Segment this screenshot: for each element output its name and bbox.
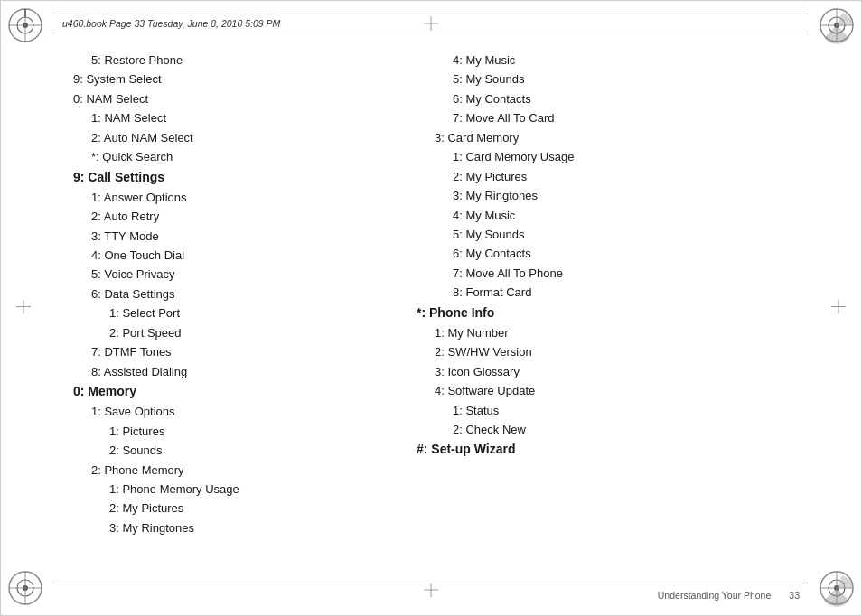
right-menu-item-8: 4: My Music bbox=[417, 206, 760, 225]
right-menu-item-1: 5: My Sounds bbox=[417, 70, 760, 89]
left-menu-item-4: 2: Auto NAM Select bbox=[73, 128, 408, 147]
right-menu-item-20: #: Set-up Wizard bbox=[417, 439, 760, 460]
left-menu-item-22: 1: Phone Memory Usage bbox=[73, 480, 408, 499]
right-menu-item-16: 3: Icon Glossary bbox=[417, 362, 760, 381]
right-menu-item-9: 5: My Sounds bbox=[417, 225, 760, 244]
right-menu-item-6: 2: My Pictures bbox=[417, 167, 760, 186]
right-menu-item-15: 2: SW/HW Version bbox=[417, 342, 760, 361]
header-text: u460.book Page 33 Tuesday, June 8, 2010 … bbox=[62, 18, 280, 29]
left-menu-item-10: 4: One Touch Dial bbox=[73, 246, 408, 265]
left-menu-item-14: 2: Port Speed bbox=[73, 323, 408, 342]
left-menu-item-20: 2: Sounds bbox=[73, 441, 408, 460]
left-menu-item-12: 6: Data Settings bbox=[73, 285, 408, 303]
footer-page: 33 bbox=[789, 590, 800, 601]
left-menu-item-11: 5: Voice Privacy bbox=[73, 265, 408, 284]
right-menu-item-11: 7: Move All To Phone bbox=[417, 264, 760, 283]
right-menu-item-14: 1: My Number bbox=[417, 323, 760, 342]
left-menu-item-8: 2: Auto Retry bbox=[73, 207, 408, 226]
right-menu-item-2: 6: My Contacts bbox=[417, 89, 760, 108]
left-menu-item-16: 8: Assisted Dialing bbox=[73, 362, 408, 381]
footer-label: Understanding Your Phone bbox=[658, 590, 772, 601]
right-menu-item-10: 6: My Contacts bbox=[417, 244, 760, 263]
right-menu-item-12: 8: Format Card bbox=[417, 283, 760, 302]
page-container: u460.book Page 33 Tuesday, June 8, 2010 … bbox=[0, 0, 862, 616]
left-menu-item-24: 3: My Ringtones bbox=[73, 518, 408, 537]
left-menu-item-18: 1: Save Options bbox=[73, 402, 408, 421]
left-menu-item-19: 1: Pictures bbox=[73, 422, 408, 441]
left-menu-item-3: 1: NAM Select bbox=[73, 108, 408, 127]
left-menu-item-0: 5: Restore Phone bbox=[73, 51, 408, 70]
corner-bl-compass bbox=[5, 568, 45, 611]
header-bar: u460.book Page 33 Tuesday, June 8, 2010 … bbox=[53, 14, 809, 33]
right-menu-item-18: 1: Status bbox=[417, 401, 760, 420]
right-menu-item-17: 4: Software Update bbox=[417, 381, 760, 400]
left-menu-item-21: 2: Phone Memory bbox=[73, 461, 408, 480]
footer: Understanding Your Phone 33 bbox=[53, 583, 809, 602]
right-menu-item-0: 4: My Music bbox=[417, 51, 760, 70]
corner-br-compass bbox=[817, 568, 857, 611]
left-menu-item-9: 3: TTY Mode bbox=[73, 227, 408, 246]
left-menu-item-13: 1: Select Port bbox=[73, 303, 408, 322]
right-menu-item-13: *: Phone Info bbox=[417, 303, 760, 323]
corner-tl-compass bbox=[5, 5, 45, 48]
left-menu-item-2: 0: NAM Select bbox=[73, 89, 408, 108]
right-menu-item-19: 2: Check New bbox=[417, 420, 760, 439]
right-menu-item-7: 3: My Ringtones bbox=[417, 186, 760, 205]
right-menu-item-4: 3: Card Memory bbox=[417, 128, 760, 147]
corner-tr-compass bbox=[817, 5, 857, 48]
left-menu-item-6: 9: Call Settings bbox=[73, 167, 408, 188]
left-menu-item-23: 2: My Pictures bbox=[73, 499, 408, 518]
left-crosshair bbox=[16, 300, 31, 314]
right-menu-item-3: 7: Move All To Card bbox=[417, 108, 760, 127]
left-menu-item-7: 1: Answer Options bbox=[73, 188, 408, 207]
left-menu-item-17: 0: Memory bbox=[73, 381, 408, 402]
right-crosshair bbox=[831, 300, 846, 314]
left-column: 5: Restore Phone9: System Select0: NAM S… bbox=[73, 51, 408, 537]
left-menu-item-5: *: Quick Search bbox=[73, 147, 408, 166]
left-menu-item-1: 9: System Select bbox=[73, 70, 408, 89]
right-column: 4: My Music5: My Sounds6: My Contacts7: … bbox=[417, 51, 760, 461]
left-menu-item-15: 7: DTMF Tones bbox=[73, 342, 408, 361]
right-menu-item-5: 1: Card Memory Usage bbox=[417, 147, 760, 166]
